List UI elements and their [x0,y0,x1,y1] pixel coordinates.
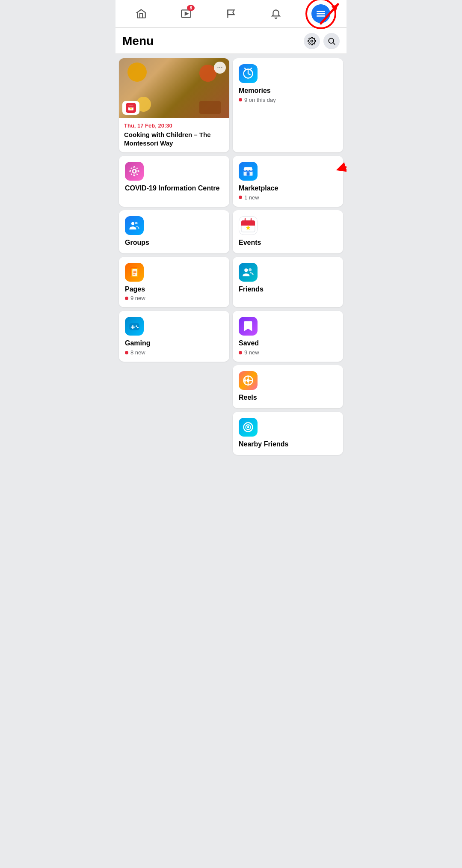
gaming-title: Gaming [125,339,223,348]
saved-icon [239,317,258,336]
reels-icon [239,371,258,390]
friends-title: Friends [239,285,337,294]
top-nav-bar: 8 [116,0,346,28]
covid-card[interactable]: COVID-19 Information Centre [119,156,229,207]
gaming-icon [125,317,144,336]
event-card-body: Thu, 17 Feb, 20:30 Cooking with Children… [119,118,229,152]
more-options-button[interactable]: ··· [214,62,226,74]
saved-dot [239,351,242,354]
menu-header: Menu [116,28,346,54]
covid-title: COVID-19 Information Centre [125,184,223,193]
video-badge: 8 [187,5,195,11]
event-date: Thu, 17 Feb, 20:30 [124,122,224,129]
saved-count: 9 new [244,349,259,356]
nearby-friends-title: Nearby Friends [239,440,337,449]
menu-grid: ··· Thu, 17 Feb, 20:30 Cooking with Chil… [116,54,346,459]
home-icon [136,8,147,19]
marketplace-count: 1 new [244,194,259,201]
gaming-count: 8 new [130,349,145,356]
events-card[interactable]: Events [233,210,343,253]
svg-point-27 [131,222,134,225]
memories-icon [239,64,258,83]
friends-card[interactable]: Friends [233,257,343,308]
nearby-icon [239,418,258,437]
nearby-svg [242,421,254,433]
reels-card[interactable]: Reels [233,365,343,408]
video-nav-button[interactable]: 8 [177,4,195,23]
saved-title: Saved [239,339,337,348]
reels-title: Reels [239,393,337,402]
svg-point-48 [136,326,137,327]
marketplace-dot [239,196,242,199]
covid-icon [125,162,144,181]
pages-card[interactable]: Pages 9 new [119,257,229,308]
event-card[interactable]: ··· Thu, 17 Feb, 20:30 Cooking with Chil… [119,58,229,152]
header-icon-group [304,33,340,49]
events-icon [239,216,258,235]
memories-count: 9 on this day [244,97,276,103]
pages-dot [125,297,128,300]
svg-marker-1 [185,12,188,15]
marketplace-arrow-annotation [337,156,346,181]
pages-title: Pages [125,285,223,294]
groups-title: Groups [125,238,223,247]
svg-point-9 [329,38,334,43]
memories-title: Memories [239,86,337,95]
marketplace-icon [239,162,258,181]
gaming-subtitle: 8 new [125,349,223,356]
search-button[interactable] [323,33,340,49]
hamburger-icon [315,8,326,19]
gaming-svg [128,320,140,332]
home-nav-button[interactable] [132,4,151,23]
memories-dot [239,98,242,101]
groups-svg [128,220,140,232]
svg-line-10 [333,43,335,45]
event-title: Cooking with Children – The Montessori W… [124,131,224,147]
marketplace-subtitle: 1 new [239,194,337,201]
saved-card[interactable]: Saved 9 new [233,311,343,362]
svg-point-60 [247,426,249,428]
menu-title: Menu [122,34,154,48]
flag-nav-button[interactable] [222,4,240,23]
pages-icon [125,263,144,282]
svg-point-28 [135,222,138,224]
svg-rect-44 [129,323,139,330]
groups-card[interactable]: Groups [119,210,229,253]
memories-card[interactable]: Memories 9 on this day [233,58,343,152]
saved-svg [242,320,254,332]
search-icon [327,37,336,45]
settings-button[interactable] [304,33,320,49]
groups-icon [125,216,144,235]
friends-icon [239,263,258,282]
event-badge [122,101,139,115]
svg-point-49 [137,327,139,329]
gaming-card[interactable]: Gaming 8 new [119,311,229,362]
covid-svg [128,165,140,177]
bell-nav-button[interactable] [267,4,285,23]
memories-svg [242,68,254,80]
svg-point-8 [311,40,313,42]
marketplace-title: Marketplace [239,184,337,193]
reels-svg [242,375,254,386]
nearby-friends-card[interactable]: Nearby Friends [233,412,343,455]
svg-rect-25 [247,172,250,175]
memories-subtitle: 9 on this day [239,97,337,103]
bell-icon [270,8,281,19]
pages-count: 9 new [130,295,145,301]
marketplace-svg [242,165,254,177]
svg-point-42 [244,268,248,272]
gear-icon [308,37,316,45]
event-badge-icon [126,103,136,113]
flag-icon [225,8,237,19]
event-image: ··· [119,58,229,118]
pages-svg [128,266,140,278]
pages-subtitle: 9 new [125,295,223,301]
marketplace-card[interactable]: Marketplace 1 new [233,156,343,207]
svg-rect-12 [128,106,133,108]
events-svg [240,218,256,233]
friends-svg [242,266,254,278]
svg-point-43 [249,268,252,271]
calendar-star-icon [127,104,134,111]
menu-nav-button[interactable] [311,4,330,23]
events-title: Events [239,238,337,247]
